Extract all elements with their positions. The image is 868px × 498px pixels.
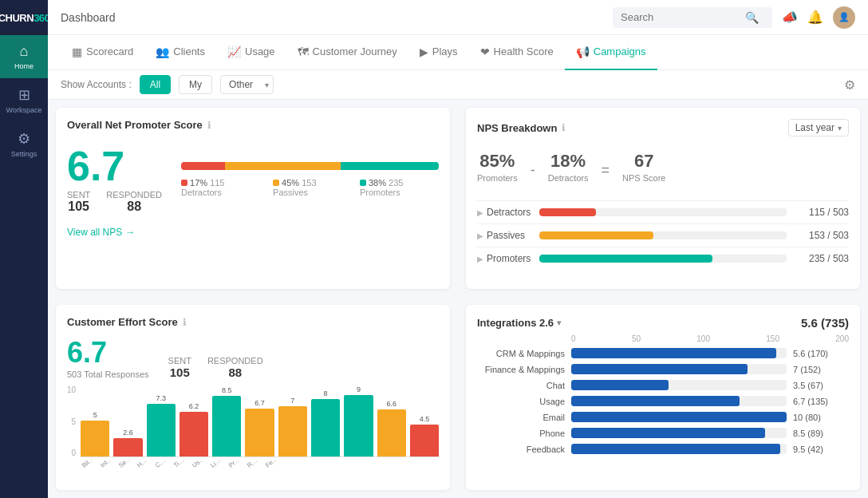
megaphone-icon[interactable]: 📣 [782,10,798,25]
tab-plays[interactable]: ▶ Plays [408,35,469,70]
ces-chart: 52.67.36.28.56.77896.64.5 BillingIntegra… [81,385,439,471]
hbar-bar-wrap [571,348,787,358]
ces-bar-label: Billing [81,460,97,469]
ces-bar-label: Responses [246,460,262,469]
search-box[interactable]: 🔍 [613,7,772,28]
ces-bar [147,404,176,457]
sidebar-item-home[interactable]: ⌂ Home [0,35,48,78]
tab-label-customer-journey: Customer Journey [313,45,397,57]
tab-label-scorecard: Scorecard [86,45,133,57]
breakdown-label-passives[interactable]: ▶ Passives [477,230,533,241]
ces-bar [344,395,373,457]
tab-label-clients: Clients [173,45,205,57]
breakdown-label-detractors[interactable]: ▶ Detractors [477,207,533,218]
breakdown-bar-passives-wrap [539,231,787,239]
ces-bar-group: 8 [311,385,340,457]
legend-promoters: 38% 235 Promoters [360,178,439,197]
ces-bar-label: Product Issues [227,460,243,469]
filter-other-select[interactable]: Other [220,75,274,94]
breakdown-row-passives: ▶ Passives 153 / 503 [477,223,849,247]
tab-label-plays: Plays [432,45,458,57]
ces-bar-label: Licencing [209,460,225,469]
bell-icon[interactable]: 🔔 [807,10,823,25]
hbar-value: 7 (152) [793,365,849,374]
ces-responded-label: RESPONDED [207,356,263,366]
filter-other-select-wrap[interactable]: Other [220,75,274,94]
ces-bar-label: Healthcare [136,460,152,469]
breakdown-bar-passives [539,231,653,239]
tab-label-usage: Usage [245,45,275,57]
filter-all-button[interactable]: All [140,75,171,94]
nps-breakdown-header: NPS Breakdown ℹ Last year ▾ [477,119,849,136]
view-all-nps[interactable]: View all NPS → [67,227,439,238]
tab-label-campaigns: Campaigns [594,45,646,57]
breakdown-info-icon[interactable]: ℹ [562,122,566,133]
ces-info-icon[interactable]: ℹ [183,317,187,328]
hbar-rows: CRM & Mappings 5.6 (170) Finance & Mappi… [477,348,849,454]
hbar-value: 6.7 (135) [793,397,849,406]
hbar-label: Feedback [477,445,565,454]
ces-bar-label: CSM pulse [154,460,170,469]
tab-clients[interactable]: 👥 Clients [144,35,216,70]
nps-info-icon[interactable]: ℹ [207,120,211,131]
ces-bar-group: 6.7 [245,385,274,457]
integrations-title: Integrations 2.6 [477,317,554,329]
hbar-label: Chat [477,381,565,390]
hbar-bar-wrap [571,380,787,390]
ces-bar [212,396,241,457]
ces-bar-labels: BillingIntegrationsServicesHealthcareCSM… [81,460,439,471]
chevron-detractors: ▶ [477,208,483,217]
integrations-dropdown-icon[interactable]: ▾ [557,318,561,327]
chevron-passives: ▶ [477,231,483,240]
breakdown-bar-promoters-wrap [539,255,787,263]
nps-breakdown-card: NPS Breakdown ℹ Last year ▾ 85% Promoter… [466,108,860,289]
breakdown-label-promoters[interactable]: ▶ Promoters [477,253,533,264]
nps-bar-section: 17% 115 Detractors 45% 153 Passives 38% … [181,162,439,197]
campaigns-icon: 📢 [576,45,590,58]
ces-score-value: 6.7 [67,336,149,370]
ces-total: 503 Total Responses [67,370,149,379]
nps-legend: 17% 115 Detractors 45% 153 Passives 38% … [181,178,439,197]
settings-cog-button[interactable]: ⚙ [844,77,855,93]
nps-responded-value: 88 [127,200,141,214]
journey-icon: 🗺 [298,45,309,58]
sidebar-item-workspace[interactable]: ⊞ Workspace [0,78,48,122]
tab-customer-journey[interactable]: 🗺 Customer Journey [286,35,408,70]
bf-detractors: 18% Detractors [548,151,589,183]
integrations-card: Integrations 2.6 ▾ 5.6 (735) 0 50 100 15… [466,305,860,490]
breakdown-count-promoters: 235 / 503 [793,253,849,264]
nps-progress-bar [181,162,439,170]
tab-scorecard[interactable]: ▦ Scorecard [61,35,144,70]
search-input[interactable] [621,11,740,23]
hbar-value: 3.5 (67) [793,381,849,390]
filter-my-button[interactable]: My [179,75,212,94]
ces-card-header: Customer Effort Score ℹ [67,316,439,328]
sidebar-item-settings[interactable]: ⚙ Settings [0,122,48,166]
topbar: Dashboard 🔍 📣 🔔 👤 [48,0,868,35]
tab-usage[interactable]: 📈 Usage [216,35,286,70]
health-icon: ❤ [480,45,490,58]
breakdown-formula: 85% Promoters - 18% Detractors = 67 NPS … [477,144,849,189]
workspace-icon: ⊞ [18,86,30,104]
tab-campaigns[interactable]: 📢 Campaigns [565,35,657,70]
nps-responded: RESPONDED 88 [106,190,162,214]
nps-score-value: 6.7 [67,145,162,187]
breakdown-row-promoters: ▶ Promoters 235 / 503 [477,247,849,270]
ces-bar-label: Ticket system [172,460,188,469]
breakdown-bar-promoters [539,255,712,263]
breakdown-label-detractors-text: Detractors [487,207,531,218]
dot-promoters [360,180,366,186]
hbar-bar [571,444,780,454]
breakdown-bar-detractors [539,208,596,216]
hbar-row: CRM & Mappings 5.6 (170) [477,348,849,358]
hbar-row: Finance & Mappings 7 (152) [477,364,849,374]
chevron-promoters: ▶ [477,255,483,263]
sidebar-label-home: Home [14,62,34,70]
breakdown-period-select[interactable]: Last year ▾ [788,119,849,136]
legend-passives: 45% 153 Passives [273,178,347,197]
hbar-bar [571,380,669,390]
tab-health-score[interactable]: ❤ Health Score [469,35,565,70]
breakdown-bar-detractors-wrap [539,208,787,216]
avatar[interactable]: 👤 [833,6,855,29]
bf-nps: 67 NPS Score [622,151,665,183]
